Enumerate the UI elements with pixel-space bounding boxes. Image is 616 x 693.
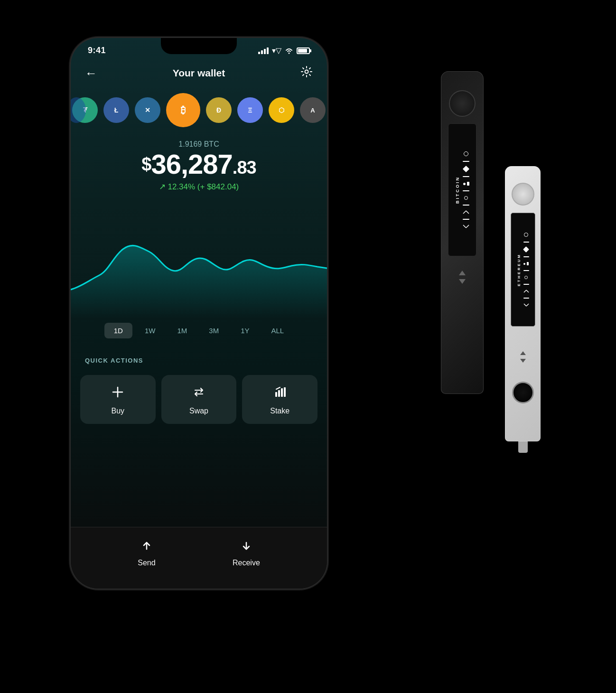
wifi-icon [285, 47, 293, 54]
filter-all[interactable]: ALL [262, 323, 294, 338]
ledger-nano-s-label: Ethereum [517, 253, 521, 286]
ledger-icons [463, 151, 469, 228]
coin-carousel: ₮ Ł ✕ ₿ Ð Ξ ⬡ A [71, 93, 327, 127]
send-button[interactable]: Send [138, 540, 155, 567]
svg-point-1 [305, 70, 308, 74]
settings-button[interactable] [300, 66, 313, 81]
filter-1w[interactable]: 1W [135, 323, 165, 338]
quick-actions: Buy Swap [80, 375, 317, 424]
phone-device: 9:41 ▾▽ [71, 38, 327, 589]
signal-icon [258, 47, 269, 54]
swap-label: Swap [189, 407, 208, 415]
ledger-nano-x-label: Bitcoin [455, 176, 460, 204]
svg-line-14 [524, 290, 526, 292]
coin-xrp[interactable]: ✕ [135, 97, 160, 123]
send-icon [140, 540, 153, 555]
page-title: Your wallet [173, 67, 225, 79]
ledger-nano-x-screen: Bitcoin [448, 123, 476, 256]
svg-rect-5 [278, 390, 280, 397]
status-icons: ▾▽ [258, 46, 310, 55]
time-filter-bar: 1D 1W 1M 3M 1Y ALL [71, 323, 327, 338]
filter-1m[interactable]: 1M [168, 323, 196, 338]
filter-1y[interactable]: 1Y [231, 323, 259, 338]
svg-point-0 [289, 52, 290, 54]
svg-line-11 [466, 211, 469, 214]
buy-button[interactable]: Buy [80, 375, 156, 424]
nav-up-s-icon [520, 351, 526, 355]
battery-icon [297, 47, 310, 54]
balance-change: ↗ 12.34% (+ $842.04) [71, 182, 327, 192]
buy-icon [111, 385, 124, 402]
wifi-icon: ▾▽ [272, 46, 281, 55]
svg-rect-4 [275, 392, 277, 397]
nav-down-icon [459, 279, 466, 284]
send-label: Send [138, 559, 155, 567]
balance-section: 1.9169 BTC $36,287.83 ↗ 12.34% (+ $842.0… [71, 140, 327, 192]
ledger-nano-s: Ethereum [505, 166, 541, 441]
nav-down-s-icon [520, 359, 526, 363]
back-button[interactable]: ← [85, 66, 97, 81]
status-time: 9:41 [88, 46, 106, 56]
receive-button[interactable]: Receive [233, 540, 260, 567]
coin-bnb[interactable]: ⬡ [269, 97, 294, 123]
svg-line-10 [463, 211, 466, 214]
quick-actions-label: QUICK ACTIONS [85, 357, 143, 364]
nano-s-button [512, 382, 534, 403]
svg-line-16 [524, 304, 526, 306]
stake-button[interactable]: Stake [242, 375, 317, 424]
filter-3m[interactable]: 3M [199, 323, 228, 338]
coin-ltc[interactable]: Ł [103, 97, 129, 123]
ledger-nano-x: Bitcoin [441, 71, 484, 394]
phone-screen: 9:41 ▾▽ [71, 38, 327, 589]
receive-label: Receive [233, 559, 260, 567]
ledger-s-icons [523, 233, 529, 307]
stake-icon [273, 385, 287, 402]
phone-notch [161, 38, 237, 54]
nav-up-icon [459, 271, 466, 275]
stake-label: Stake [270, 407, 289, 415]
svg-line-13 [466, 225, 469, 228]
filter-1d[interactable]: 1D [104, 323, 132, 338]
fiat-balance: $36,287.83 [71, 150, 327, 178]
swap-icon [192, 385, 205, 402]
swap-button[interactable]: Swap [161, 375, 237, 424]
coin-btc[interactable]: ₿ [166, 93, 200, 127]
svg-line-17 [526, 304, 529, 306]
bottom-actions: Send Receive [71, 527, 327, 589]
svg-line-15 [526, 290, 529, 292]
receive-icon [240, 540, 252, 555]
price-chart [71, 214, 327, 318]
crypto-balance: 1.9169 BTC [71, 140, 327, 149]
coin-algo[interactable]: A [300, 97, 326, 123]
svg-rect-7 [284, 387, 286, 397]
app-header: ← Your wallet [71, 66, 327, 81]
nano-s-usb [518, 441, 528, 453]
coin-doge[interactable]: Ð [206, 97, 232, 123]
svg-line-12 [463, 225, 466, 228]
buy-label: Buy [112, 407, 125, 415]
svg-rect-6 [281, 388, 283, 397]
scene: 9:41 ▾▽ [47, 14, 569, 679]
coin-eth[interactable]: Ξ [237, 97, 263, 123]
ledger-nano-s-screen: Ethereum [511, 213, 535, 327]
ledger-nav [459, 271, 466, 284]
